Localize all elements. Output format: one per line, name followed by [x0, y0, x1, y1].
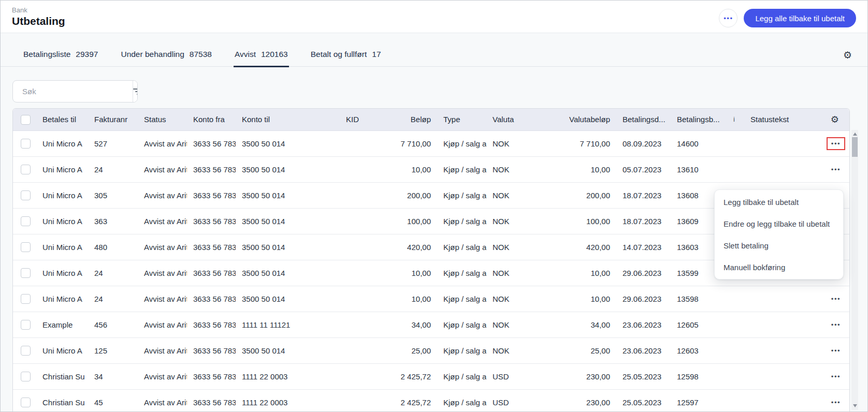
tab-settings-gear-icon[interactable]: ⚙ — [843, 50, 852, 60]
scroll-up-button[interactable] — [851, 131, 858, 137]
search-input[interactable] — [13, 81, 133, 102]
cell-currency: NOK — [486, 234, 533, 260]
cell-type: Kjøp / salg av — [437, 260, 486, 286]
col-valutabelop[interactable]: Valutabeløp — [533, 109, 616, 130]
table-row[interactable]: Christian Su 34 Avvist av Arit 3633 56 7… — [13, 363, 849, 389]
cell-account-to: 1111 22 0003 — [236, 363, 340, 389]
cell-account-from: 3633 56 783 — [187, 286, 236, 312]
cell-amount: 34,00 — [397, 312, 437, 337]
cell-kid — [340, 156, 397, 182]
table-row[interactable]: Uni Micro A 24 Avvist av Arit 3633 56 78… — [13, 156, 849, 182]
row-checkbox[interactable] — [21, 216, 31, 226]
scrollbar-thumb[interactable] — [852, 137, 858, 157]
cell-type: Kjøp / salg av — [437, 286, 486, 312]
cell-invoice-no: 305 — [88, 182, 138, 208]
row-checkbox[interactable] — [21, 139, 31, 149]
cell-account-from: 3633 56 783 — [187, 337, 236, 363]
row-actions-button[interactable] — [827, 370, 845, 383]
tab-label: Betalingsliste — [23, 50, 70, 59]
row-actions-button[interactable] — [827, 292, 845, 305]
row-checkbox[interactable] — [21, 320, 31, 330]
ellipsis-icon — [831, 296, 841, 302]
cell-payment-date: 08.09.2023 — [616, 130, 671, 156]
col-betales-til[interactable]: Betales til — [36, 109, 88, 130]
cell-payment-date: 23.06.2023 — [616, 337, 671, 363]
col-type[interactable]: Type — [437, 109, 486, 130]
row-actions-button[interactable] — [827, 163, 845, 176]
cell-kid — [340, 234, 397, 260]
cell-invoice-no: 363 — [88, 208, 138, 234]
vertical-scrollbar[interactable] — [851, 130, 858, 410]
menu-item-delete-payment[interactable]: Slett betaling — [715, 234, 843, 256]
col-kid[interactable]: KID — [340, 109, 397, 130]
menu-item-edit-and-return-to-unpaid[interactable]: Endre og legg tilbake til ubetalt — [715, 213, 843, 234]
row-checkbox[interactable] — [21, 242, 31, 252]
cell-payment-batch: 12603 — [671, 337, 727, 363]
row-checkbox[interactable] — [21, 372, 31, 381]
table-row[interactable]: Uni Micro A 24 Avvist av Arit 3633 56 78… — [13, 286, 849, 312]
menu-item-manual-posting[interactable]: Manuell bokføring — [715, 256, 843, 278]
tab-betalingsliste[interactable]: Betalingsliste 29397 — [22, 50, 99, 67]
tab-betalt-og-fullfort[interactable]: Betalt og fullført 17 — [310, 50, 382, 67]
cell-status: Avvist av Arit — [138, 260, 187, 286]
col-fakturanr[interactable]: Fakturanr — [88, 109, 138, 130]
cell-status-text — [744, 286, 826, 312]
filter-button[interactable] — [133, 81, 138, 102]
cell-payment-date: 23.06.2023 — [616, 312, 671, 337]
row-actions-button[interactable] — [827, 344, 845, 357]
row-checkbox[interactable] — [21, 398, 31, 407]
cell-extra — [727, 312, 744, 337]
tab-label: Avvist — [235, 50, 256, 59]
menu-item-return-to-unpaid[interactable]: Legg tilbake til ubetalt — [715, 191, 843, 213]
row-checkbox[interactable] — [21, 268, 31, 278]
tab-count: 87538 — [190, 50, 212, 59]
ellipsis-icon — [831, 347, 841, 354]
col-statustekst[interactable]: Statustekst — [744, 109, 826, 130]
cell-kid — [340, 182, 397, 208]
select-all-checkbox[interactable] — [21, 115, 31, 125]
cell-status: Avvist av Arit — [138, 208, 187, 234]
table-row[interactable]: Uni Micro A 125 Avvist av Arit 3633 56 7… — [13, 337, 849, 363]
row-checkbox[interactable] — [21, 294, 31, 304]
row-actions-button[interactable] — [827, 137, 845, 150]
cell-payee: Uni Micro A — [36, 234, 88, 260]
tab-under-behandling[interactable]: Under behandling 87538 — [120, 50, 212, 67]
table-row[interactable]: Uni Micro A 527 Avvist av Arit 3633 56 7… — [13, 130, 849, 156]
cell-payment-date: 25.05.2023 — [616, 389, 671, 412]
cell-account-to: 1111 11 11121 — [236, 312, 340, 337]
row-checkbox[interactable] — [21, 190, 31, 200]
cell-payment-batch: 12598 — [671, 363, 727, 389]
cell-status: Avvist av Arit — [138, 389, 187, 412]
row-actions-button[interactable] — [827, 396, 845, 409]
row-checkbox[interactable] — [21, 165, 31, 174]
col-extra[interactable]: i — [727, 109, 744, 130]
cell-currency-amount: 10,00 — [533, 156, 616, 182]
topbar-actions: Legg alle tilbake til ubetalt — [719, 9, 856, 27]
col-konto-fra[interactable]: Konto fra — [187, 109, 236, 130]
more-actions-button[interactable] — [719, 9, 737, 27]
scroll-down-button[interactable] — [851, 403, 858, 409]
cell-account-from: 3633 56 783 — [187, 208, 236, 234]
cell-amount: 2 425,72 — [397, 363, 437, 389]
table-row[interactable]: Christian Su 45 Avvist av Arit 3633 56 7… — [13, 389, 849, 412]
cell-amount: 2 425,72 — [397, 389, 437, 412]
cell-payment-batch: 12597 — [671, 389, 727, 412]
col-status[interactable]: Status — [138, 109, 187, 130]
cell-invoice-no: 527 — [88, 130, 138, 156]
col-betalingsdato[interactable]: Betalingsd... — [616, 109, 671, 130]
return-all-to-unpaid-button[interactable]: Legg alle tilbake til ubetalt — [744, 9, 856, 27]
cell-account-to: 3500 50 014 — [236, 182, 340, 208]
tab-avvist[interactable]: Avvist 120163 — [234, 50, 289, 67]
table-settings-gear-icon[interactable]: ⚙ — [831, 114, 839, 125]
cell-status-text — [744, 389, 826, 412]
row-checkbox[interactable] — [21, 346, 31, 356]
triangle-up-icon — [853, 133, 857, 136]
col-konto-til[interactable]: Konto til — [236, 109, 340, 130]
cell-currency: USD — [486, 389, 533, 412]
row-actions-button[interactable] — [827, 318, 845, 331]
col-belop[interactable]: Beløp — [397, 109, 437, 130]
col-valuta[interactable]: Valuta — [486, 109, 533, 130]
table-row[interactable]: Example 456 Avvist av Arit 3633 56 783 1… — [13, 312, 849, 337]
tab-count: 120163 — [261, 50, 288, 59]
col-betalingsbunt[interactable]: Betalingsb... — [671, 109, 727, 130]
